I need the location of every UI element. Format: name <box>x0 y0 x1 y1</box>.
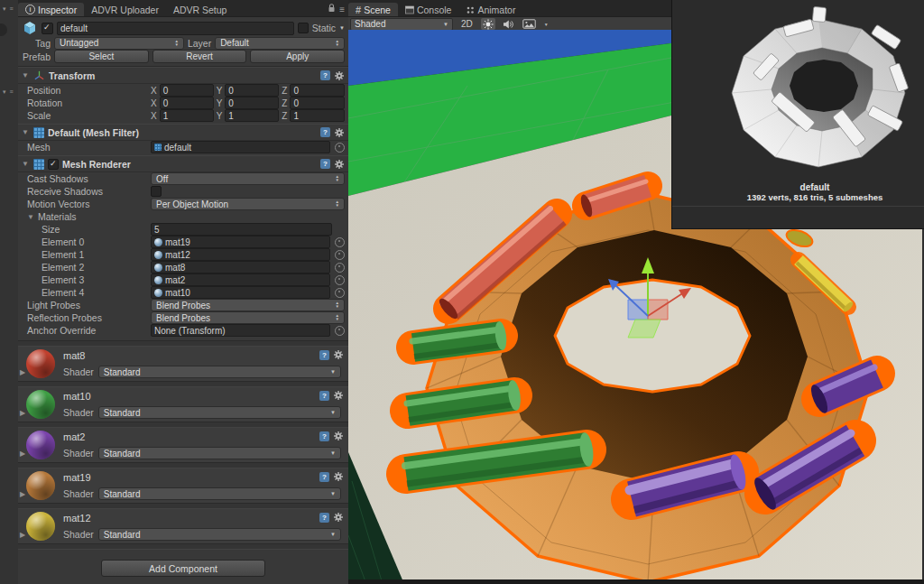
rotation-z-field[interactable]: 0 <box>290 97 345 109</box>
foldout-arrow-icon[interactable] <box>22 71 30 79</box>
help-icon[interactable] <box>319 472 329 482</box>
gear-icon[interactable] <box>333 471 344 482</box>
motion-vectors-dropdown[interactable]: Per Object Motion <box>151 198 345 210</box>
element-material-field[interactable]: mat19 <box>151 236 330 248</box>
position-y-field[interactable]: 0 <box>225 84 279 97</box>
gizmo-plane-xy[interactable] <box>628 300 648 320</box>
element-material-field[interactable]: mat10 <box>151 286 330 299</box>
mesh-renderer-header[interactable]: Mesh Renderer <box>18 155 348 172</box>
gameobject-name-field[interactable]: default <box>57 22 294 35</box>
tab-advr-uploader[interactable]: ADVR Uploader <box>84 3 166 16</box>
prefab-select-button[interactable]: Select <box>54 50 149 63</box>
gear-icon[interactable] <box>334 70 345 81</box>
reflection-probes-dropdown[interactable]: Blend Probes <box>151 311 345 324</box>
transform-icon <box>33 70 45 81</box>
mesh-preview-viewport[interactable] <box>672 0 924 181</box>
shading-mode-dropdown[interactable]: Shaded <box>350 18 453 31</box>
static-dropdown-caret[interactable]: ▼ <box>339 25 345 31</box>
lighting-toggle[interactable] <box>481 18 495 30</box>
anchor-override-field[interactable]: None (Transform) <box>151 324 330 337</box>
material-icon <box>154 264 162 272</box>
gear-icon[interactable] <box>333 390 344 401</box>
effects-dropdown-caret[interactable]: ▼ <box>544 22 549 27</box>
panel-menu-icon[interactable] <box>339 0 345 16</box>
scale-z-field[interactable]: 1 <box>290 109 345 122</box>
object-picker-icon[interactable] <box>335 237 345 247</box>
help-icon[interactable] <box>320 70 330 80</box>
object-picker-icon[interactable] <box>335 275 345 285</box>
element-material-field[interactable]: mat12 <box>151 248 330 261</box>
object-picker-icon[interactable] <box>335 250 345 260</box>
materials-size-field[interactable]: 5 <box>151 223 332 236</box>
shader-dropdown[interactable]: Standard <box>98 406 341 419</box>
tab-console[interactable]: Console <box>398 3 459 16</box>
prefab-apply-button[interactable]: Apply <box>250 50 345 63</box>
add-component-button[interactable]: Add Component <box>101 560 265 577</box>
object-picker-icon[interactable] <box>335 326 345 336</box>
lock-icon[interactable] <box>328 4 336 13</box>
material-block-mat2: mat2 Shader Standard <box>18 428 348 462</box>
scale-x-field[interactable]: 1 <box>160 109 214 122</box>
tab-inspector[interactable]: Inspector <box>18 3 84 16</box>
gear-icon[interactable] <box>333 349 344 360</box>
gear-icon[interactable] <box>334 127 345 138</box>
mesh-filter-header[interactable]: Default (Mesh Filter) <box>18 124 348 141</box>
transform-header[interactable]: Transform <box>18 67 348 84</box>
foldout-arrow-icon[interactable] <box>22 160 30 168</box>
help-icon[interactable] <box>319 391 329 401</box>
element-material-field[interactable]: mat2 <box>151 273 330 286</box>
gear-icon[interactable] <box>333 431 344 441</box>
tab-scene[interactable]: Scene <box>348 3 398 16</box>
object-picker-icon[interactable] <box>335 143 345 153</box>
material-preview-sphere[interactable] <box>26 471 55 500</box>
panel-menu-icon[interactable] <box>3 88 14 96</box>
object-picker-icon[interactable] <box>335 263 345 273</box>
effects-toggle[interactable] <box>521 18 539 30</box>
tab-advr-setup[interactable]: ADVR Setup <box>166 3 235 16</box>
tab-animator[interactable]: Animator <box>458 3 522 16</box>
rotation-x-field[interactable]: 0 <box>160 97 214 109</box>
material-preview-sphere[interactable] <box>26 512 55 541</box>
help-icon[interactable] <box>319 350 329 360</box>
audio-toggle[interactable] <box>501 18 515 30</box>
shader-dropdown[interactable]: Standard <box>98 447 341 459</box>
gear-icon[interactable] <box>334 159 345 170</box>
help-icon[interactable] <box>319 513 329 523</box>
foldout-arrow-icon[interactable] <box>27 213 35 221</box>
help-icon[interactable] <box>320 159 330 169</box>
cast-shadows-dropdown[interactable]: Off <box>151 172 345 185</box>
rotation-y-field[interactable]: 0 <box>225 97 279 109</box>
shader-dropdown[interactable]: Standard <box>98 487 341 500</box>
scale-y-field[interactable]: 1 <box>225 109 279 122</box>
prefab-revert-button[interactable]: Revert <box>152 50 247 63</box>
material-preview-sphere[interactable] <box>26 431 55 459</box>
layer-dropdown[interactable]: Default <box>215 37 345 50</box>
position-x-field[interactable]: 0 <box>160 84 214 97</box>
material-icon <box>154 251 162 259</box>
panel-menu-icon[interactable] <box>3 5 14 13</box>
element-row: Element 1 mat12 <box>18 248 348 261</box>
element-material-field[interactable]: mat8 <box>151 261 330 273</box>
active-checkbox[interactable] <box>42 23 53 34</box>
tag-label: Tag <box>22 38 51 49</box>
position-z-field[interactable]: 0 <box>290 84 345 97</box>
material-preview-sphere[interactable] <box>26 349 55 378</box>
light-probes-dropdown[interactable]: Blend Probes <box>151 299 345 311</box>
shader-dropdown[interactable]: Standard <box>98 366 341 378</box>
materials-size-row: Size 5 <box>18 223 348 236</box>
material-name: mat8 <box>63 350 85 361</box>
component-enabled-checkbox[interactable] <box>48 159 59 170</box>
material-preview-sphere[interactable] <box>26 390 55 419</box>
shader-dropdown[interactable]: Standard <box>98 528 341 541</box>
foldout-arrow-icon[interactable] <box>22 128 30 136</box>
object-picker-icon[interactable] <box>335 288 345 298</box>
help-icon[interactable] <box>319 431 329 441</box>
2d-toggle[interactable]: 2D <box>458 19 476 29</box>
materials-foldout-row[interactable]: Materials <box>18 210 348 223</box>
receive-shadows-checkbox[interactable] <box>151 186 162 197</box>
static-checkbox[interactable] <box>298 23 309 33</box>
gear-icon[interactable] <box>333 512 344 523</box>
tag-dropdown[interactable]: Untagged <box>54 37 184 50</box>
mesh-field[interactable]: default <box>151 141 330 153</box>
help-icon[interactable] <box>320 127 330 137</box>
